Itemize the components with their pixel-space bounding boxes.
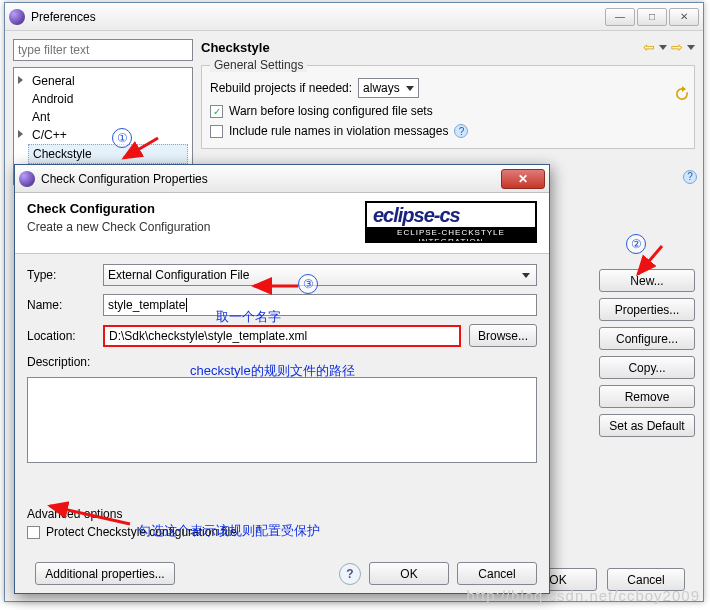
window-title: Preferences <box>31 10 605 24</box>
tree-expand-icon[interactable] <box>18 130 23 138</box>
dialog-title: Check Configuration Properties <box>41 172 501 186</box>
annotation-name-hint: 取一个名字 <box>216 308 281 326</box>
annotation-1: ① <box>112 128 132 148</box>
tree-item-checkstyle[interactable]: Checkstyle <box>28 144 188 164</box>
warn-checkbox[interactable]: ✓ <box>210 105 223 118</box>
description-textarea[interactable] <box>27 377 537 463</box>
dialog-titlebar[interactable]: Check Configuration Properties ✕ <box>15 165 549 193</box>
type-label: Type: <box>27 268 95 282</box>
warn-label: Warn before losing configured file sets <box>229 104 433 118</box>
annotation-arrow-3 <box>248 278 302 297</box>
include-label: Include rule names in violation messages <box>229 124 448 138</box>
location-input[interactable]: D:\Sdk\checkstyle\style_template.xml <box>103 325 461 347</box>
nav-back-menu-icon[interactable] <box>659 45 667 50</box>
dialog-cancel-button[interactable]: Cancel <box>457 562 537 585</box>
dialog-heading: Check Configuration <box>27 201 365 216</box>
configure-button[interactable]: Configure... <box>599 327 695 350</box>
include-checkbox[interactable] <box>210 125 223 138</box>
page-title: Checkstyle <box>201 40 643 55</box>
general-settings-legend: General Settings <box>210 58 307 72</box>
chevron-down-icon <box>522 273 530 278</box>
properties-button[interactable]: Properties... <box>599 298 695 321</box>
tree-expand-icon[interactable] <box>18 76 23 84</box>
additional-properties-button[interactable]: Additional properties... <box>35 562 175 585</box>
nav-forward-icon[interactable]: ⇨ <box>671 39 683 55</box>
filter-input[interactable] <box>13 39 193 61</box>
minimize-button[interactable]: — <box>605 8 635 26</box>
annotation-3: ③ <box>298 274 318 294</box>
maximize-button[interactable]: □ <box>637 8 667 26</box>
preferences-titlebar[interactable]: Preferences — □ ✕ <box>5 3 703 31</box>
annotation-path-hint: checkstyle的规则文件的路径 <box>190 362 355 380</box>
annotation-arrow-protect <box>44 502 134 531</box>
tree-item-cpp[interactable]: C/C++ <box>14 126 192 144</box>
help-icon[interactable]: ? <box>683 170 697 184</box>
type-dropdown[interactable]: External Configuration File <box>103 264 537 286</box>
dialog-close-button[interactable]: ✕ <box>501 169 545 189</box>
set-default-button[interactable]: Set as Default <box>599 414 695 437</box>
copy-button[interactable]: Copy... <box>599 356 695 379</box>
annotation-protect-hint: 勾选这个表示该规则配置受保护 <box>138 522 320 540</box>
eclipse-cs-logo: eclipse-cs ECLIPSE-CHECKSTYLE INTEGRATIO… <box>365 201 537 243</box>
rebuild-select[interactable]: always <box>358 78 419 98</box>
dialog-ok-button[interactable]: OK <box>369 562 449 585</box>
name-input[interactable]: style_template <box>103 294 537 316</box>
close-button[interactable]: ✕ <box>669 8 699 26</box>
description-label: Description: <box>27 355 95 369</box>
tree-item-general[interactable]: General <box>14 72 192 90</box>
browse-button[interactable]: Browse... <box>469 324 537 347</box>
location-label: Location: <box>27 329 95 343</box>
annotation-2: ② <box>626 234 646 254</box>
protect-checkbox[interactable] <box>27 526 40 539</box>
dialog-help-button[interactable]: ? <box>339 563 361 585</box>
nav-back-icon[interactable]: ⇦ <box>643 39 655 55</box>
name-label: Name: <box>27 298 95 312</box>
pref-cancel-button[interactable]: Cancel <box>607 568 685 591</box>
remove-button[interactable]: Remove <box>599 385 695 408</box>
rebuild-label: Rebuild projects if needed: <box>210 81 352 95</box>
dialog-subheading: Create a new Check Configuration <box>27 220 365 234</box>
chevron-down-icon <box>406 86 414 91</box>
nav-forward-menu-icon[interactable] <box>687 45 695 50</box>
tree-item-ant[interactable]: Ant <box>14 108 192 126</box>
eclipse-icon <box>9 9 25 25</box>
refresh-icon[interactable] <box>674 86 690 102</box>
tree-item-android[interactable]: Android <box>14 90 192 108</box>
general-settings-group: General Settings Rebuild projects if nee… <box>201 65 695 149</box>
help-icon[interactable]: ? <box>454 124 468 138</box>
eclipse-icon <box>19 171 35 187</box>
